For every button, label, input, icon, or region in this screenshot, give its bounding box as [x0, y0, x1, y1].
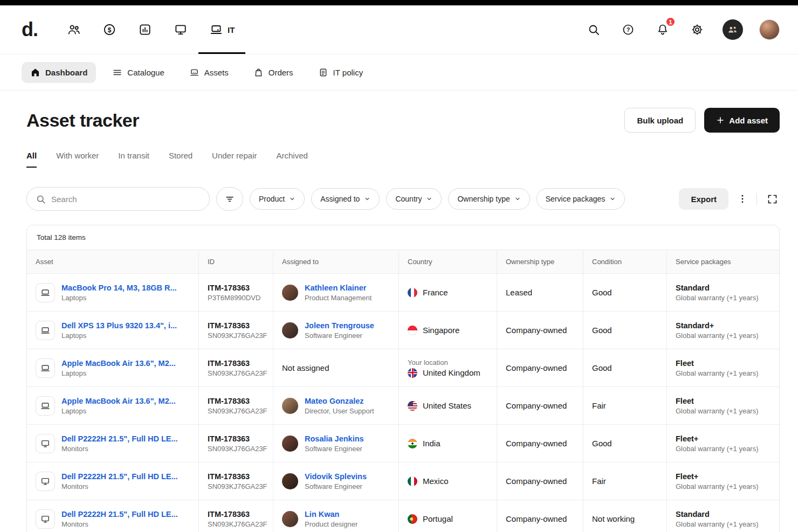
module-it[interactable]: IT: [198, 5, 245, 54]
country-flag-icon: [408, 288, 417, 298]
asset-link[interactable]: MacBook Pro 14, M3, 18GB R...: [61, 284, 177, 292]
assignee-link[interactable]: Joleen Trengrouse: [305, 321, 374, 330]
filter-product[interactable]: Product: [250, 188, 305, 210]
table-row[interactable]: Apple MacBook Air 13.6", M2... Laptops I…: [27, 349, 779, 386]
notifications-button[interactable]: 1: [653, 20, 672, 39]
tab-all[interactable]: All: [26, 151, 37, 168]
service-tier: Fleet+: [676, 472, 759, 481]
table-row[interactable]: Dell XPS 13 Plus 9320 13.4", i... Laptop…: [27, 311, 779, 349]
filter-ownership-type[interactable]: Ownership type: [448, 188, 529, 210]
assignee-avatar: [282, 473, 298, 489]
service-detail: Global warranty (+1 years): [676, 482, 759, 490]
table-row[interactable]: Apple MacBook Air 13.6", M2... Laptops I…: [27, 386, 779, 424]
asset-link[interactable]: Apple MacBook Air 13.6", M2...: [61, 359, 176, 368]
assigned-cell: Mateo Gonzalez Director, User Support: [273, 387, 398, 424]
assignee-link[interactable]: Vidovik Splevins: [305, 472, 367, 481]
more-options-button[interactable]: [736, 190, 749, 208]
filter-button[interactable]: [216, 187, 243, 211]
assigned-cell: Kathleen Klainer Product Management: [273, 274, 398, 311]
assignee-avatar: [282, 285, 298, 301]
filter-country[interactable]: Country: [386, 188, 442, 210]
settings-button[interactable]: [688, 20, 706, 39]
asset-type-icon: [36, 396, 55, 416]
asset-type-icon: [36, 358, 55, 378]
module-reports[interactable]: [127, 5, 163, 54]
nav-catalogue[interactable]: Catalogue: [104, 62, 173, 83]
help-button[interactable]: ?: [619, 20, 637, 39]
asset-link[interactable]: Dell XPS 13 Plus 9320 13.4", i...: [61, 321, 177, 330]
search-field[interactable]: [26, 187, 210, 211]
table-row[interactable]: Dell P2222H 21.5", Full HD LE... Monitor…: [27, 500, 779, 532]
asset-serial: SN093KJ76GA23F: [208, 482, 264, 490]
assignee-link[interactable]: Rosalia Jenkins: [305, 434, 364, 443]
bulk-upload-label: Bulk upload: [637, 116, 683, 125]
assignee-link[interactable]: Lin Kwan: [305, 510, 357, 519]
filter-assigned-to[interactable]: Assigned to: [311, 188, 380, 210]
assignee-link[interactable]: Kathleen Klainer: [305, 284, 372, 292]
module-devices[interactable]: [163, 5, 198, 54]
export-button[interactable]: Export: [679, 188, 728, 210]
nav-orders[interactable]: Orders: [245, 62, 302, 83]
svg-text:$: $: [108, 26, 112, 34]
user-avatar[interactable]: [759, 19, 780, 40]
filter-right-actions: Export: [679, 188, 780, 210]
tab-archived[interactable]: Archived: [276, 151, 307, 168]
nav-assets[interactable]: Assets: [181, 62, 237, 83]
asset-type-icon: [36, 472, 55, 491]
column-header-ownership-type: Ownership type: [497, 250, 583, 273]
bar-chart-icon: [138, 23, 152, 37]
module-people[interactable]: [56, 5, 92, 54]
tab-with-worker[interactable]: With worker: [56, 151, 99, 168]
team-icon: [727, 24, 739, 36]
document-icon: [318, 67, 328, 78]
country-flag-icon: [408, 514, 417, 524]
asset-link[interactable]: Dell P2222H 21.5", Full HD LE...: [61, 434, 178, 443]
brand-logo[interactable]: d.: [22, 5, 38, 54]
service-packages-cell: Fleet+ Global warranty (+1 years): [666, 425, 779, 462]
asset-link[interactable]: Dell P2222H 21.5", Full HD LE...: [61, 472, 178, 481]
table-row[interactable]: MacBook Pro 14, M3, 18GB R... Laptops IT…: [27, 273, 779, 311]
plus-icon: [716, 116, 725, 125]
fullscreen-button[interactable]: [765, 190, 780, 208]
filter-bar: Product Assigned to Country Ownership ty…: [0, 187, 798, 211]
add-asset-button[interactable]: Add asset: [704, 108, 780, 133]
service-detail: Global warranty (+1 years): [676, 445, 759, 453]
asset-category: Laptops: [61, 294, 177, 302]
nav-it-policy[interactable]: IT policy: [309, 62, 372, 83]
nav-dashboard[interactable]: Dashboard: [22, 62, 96, 83]
bulk-upload-button[interactable]: Bulk upload: [624, 108, 696, 133]
assignee-link[interactable]: Mateo Gonzalez: [305, 397, 374, 405]
tab-under-repair[interactable]: Under repair: [212, 151, 257, 168]
country-cell: Portugal: [398, 500, 497, 532]
team-switcher-button[interactable]: [723, 19, 743, 40]
tab-stored[interactable]: Stored: [169, 151, 192, 168]
nav-orders-label: Orders: [269, 68, 293, 77]
filter-service-packages[interactable]: Service packages: [536, 188, 625, 210]
assignee-avatar: [282, 398, 298, 414]
condition-cell: Good: [583, 349, 666, 386]
search-button[interactable]: [584, 20, 603, 39]
asset-id: ITM-178363: [208, 472, 264, 481]
page-header: Asset tracker Bulk upload Add asset: [0, 108, 798, 133]
country-name: Singapore: [423, 326, 459, 335]
tab-in-transit[interactable]: In transit: [118, 151, 149, 168]
assignee-avatar: [282, 436, 298, 452]
service-packages-cell: Standard Global warranty (+1 years): [666, 500, 779, 532]
ownership-type-cell: Company-owned: [497, 312, 583, 349]
asset-category: Monitors: [61, 482, 178, 490]
header-actions: Bulk upload Add asset: [624, 108, 780, 133]
table-row[interactable]: Dell P2222H 21.5", Full HD LE... Monitor…: [27, 424, 779, 462]
asset-id: ITM-178363: [208, 397, 264, 405]
country-cell: France: [398, 274, 497, 311]
country-name: India: [423, 439, 441, 448]
top-strip: [0, 0, 798, 5]
module-finance[interactable]: $: [92, 5, 127, 54]
asset-link[interactable]: Apple MacBook Air 13.6", M2...: [61, 397, 176, 405]
asset-id: ITM-178363: [208, 321, 264, 330]
nav-catalogue-label: Catalogue: [127, 68, 164, 77]
filter-ownership-type-label: Ownership type: [457, 195, 510, 203]
asset-link[interactable]: Dell P2222H 21.5", Full HD LE...: [61, 510, 178, 519]
table-row[interactable]: Dell P2222H 21.5", Full HD LE... Monitor…: [27, 462, 779, 500]
search-input[interactable]: [51, 195, 201, 204]
assigned-cell: Lin Kwan Product designer: [273, 500, 398, 532]
